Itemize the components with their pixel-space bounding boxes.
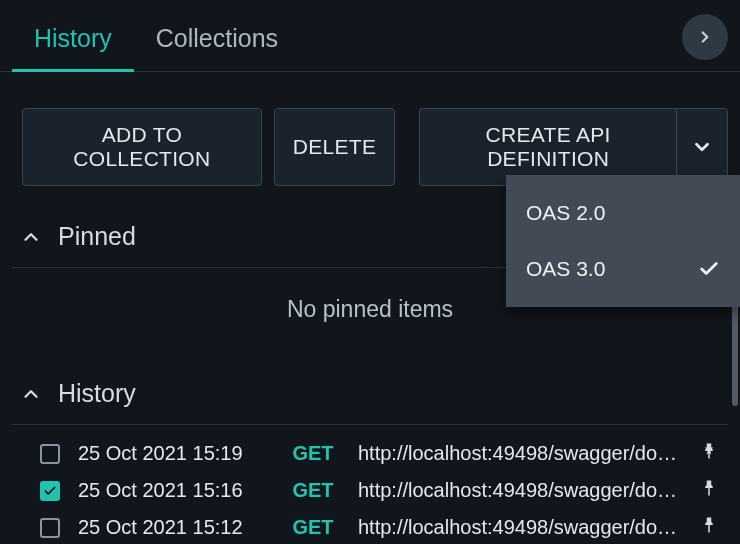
history-section-title: History — [58, 379, 136, 408]
chevron-up-icon — [20, 226, 42, 248]
row-method: GET — [286, 479, 340, 502]
tab-history[interactable]: History — [12, 10, 134, 71]
history-row: 25 Oct 2021 15:16 GET http://localhost:4… — [12, 472, 728, 509]
row-timestamp: 25 Oct 2021 15:12 — [78, 516, 268, 539]
pin-icon — [700, 479, 718, 497]
row-checkbox[interactable] — [40, 444, 60, 464]
chevron-right-icon — [696, 28, 714, 46]
dropdown-item-oas-2[interactable]: OAS 2.0 — [506, 185, 740, 241]
history-row: 25 Oct 2021 15:12 GET http://localhost:4… — [12, 509, 728, 544]
pin-button[interactable] — [700, 442, 720, 465]
check-icon — [43, 484, 57, 498]
check-icon — [698, 258, 720, 280]
scrollbar-thumb[interactable] — [732, 296, 738, 406]
dropdown-item-oas-3[interactable]: OAS 3.0 — [506, 241, 740, 297]
pin-icon — [700, 442, 718, 460]
api-definition-dropdown: OAS 2.0 OAS 3.0 — [506, 175, 740, 307]
chevron-down-icon — [691, 136, 713, 158]
history-section: History 25 Oct 2021 15:19 GET http://loc… — [0, 363, 740, 544]
pin-icon — [700, 516, 718, 534]
pin-button[interactable] — [700, 479, 720, 502]
row-url[interactable]: http://localhost:49498/swagger/docs/v1?u… — [358, 479, 682, 502]
nav-right — [682, 14, 728, 60]
tab-bar: History Collections — [0, 0, 740, 72]
next-button[interactable] — [682, 14, 728, 60]
row-url[interactable]: http://localhost:49498/swagger/docs/v1?u… — [358, 516, 682, 539]
tab-collections[interactable]: Collections — [134, 10, 300, 71]
pin-button[interactable] — [700, 516, 720, 539]
history-section-header[interactable]: History — [12, 363, 728, 425]
history-row: 25 Oct 2021 15:19 GET http://localhost:4… — [12, 435, 728, 472]
row-timestamp: 25 Oct 2021 15:16 — [78, 479, 268, 502]
row-method: GET — [286, 442, 340, 465]
add-to-collection-button[interactable]: ADD TO COLLECTION — [22, 108, 262, 186]
row-method: GET — [286, 516, 340, 539]
history-rows: 25 Oct 2021 15:19 GET http://localhost:4… — [12, 425, 728, 544]
row-checkbox[interactable] — [40, 518, 60, 538]
dropdown-item-label: OAS 2.0 — [526, 201, 605, 225]
dropdown-item-label: OAS 3.0 — [526, 257, 605, 281]
row-timestamp: 25 Oct 2021 15:19 — [78, 442, 268, 465]
chevron-up-icon — [20, 383, 42, 405]
row-url[interactable]: http://localhost:49498/swagger/docs/v1?u… — [358, 442, 682, 465]
row-checkbox[interactable] — [40, 481, 60, 501]
delete-button[interactable]: DELETE — [274, 108, 396, 186]
pinned-section-title: Pinned — [58, 222, 136, 251]
